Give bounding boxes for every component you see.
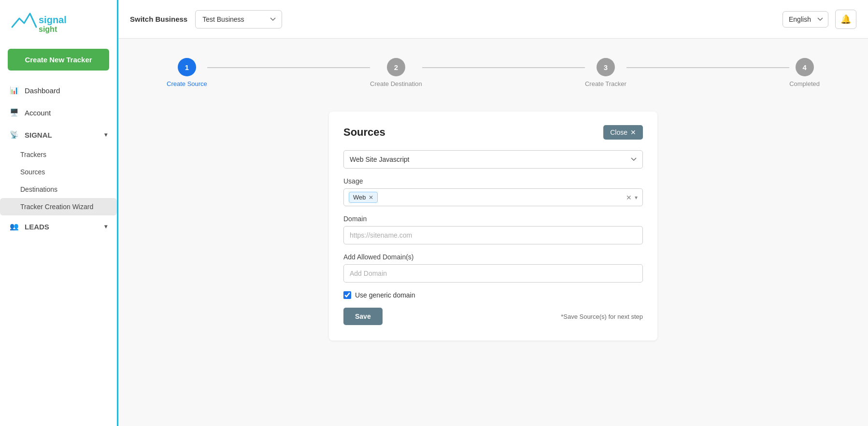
sidebar-item-label: Dashboard (25, 86, 60, 95)
logo-svg: signal sight (10, 9, 87, 35)
wizard-step-4: 4 Completed (789, 58, 820, 87)
source-type-group: Web Site Javascript Mobile SDK API (343, 150, 643, 169)
wizard-step-1: 1 Create Source (167, 58, 207, 87)
leads-icon: 👥 (10, 222, 19, 231)
chart-icon: 📊 (10, 86, 19, 95)
step-connector-3 (626, 67, 789, 68)
generic-domain-checkbox[interactable] (343, 291, 351, 299)
domain-group: Domain (343, 215, 643, 244)
save-button[interactable]: Save (343, 308, 383, 325)
sidebar-item-destinations[interactable]: Destinations (0, 181, 117, 198)
allowed-domains-label: Add Allowed Domain(s) (343, 253, 643, 261)
step-number-3: 3 (604, 63, 608, 71)
switch-business-label: Switch Business (130, 14, 187, 24)
usage-input-wrapper[interactable]: Web ✕ ✕ ▾ (343, 188, 643, 206)
step-circle-4: 4 (796, 58, 814, 76)
wizard-steps: 1 Create Source 2 Create Destination 3 C… (138, 53, 849, 92)
wizard-step-3: 3 Create Tracker (585, 58, 626, 87)
language-select[interactable]: English French Spanish (783, 11, 828, 28)
sidebar-item-label: Account (25, 109, 51, 117)
allowed-domains-input[interactable] (343, 264, 643, 283)
sidebar-item-leads[interactable]: 👥 LEADS ▾ (0, 215, 117, 238)
usage-group: Usage Web ✕ ✕ ▾ (343, 177, 643, 206)
sidebar-item-account[interactable]: 🖥️ Account (0, 101, 117, 124)
source-type-select[interactable]: Web Site Javascript Mobile SDK API (343, 150, 643, 169)
wizard-step-2: 2 Create Destination (370, 58, 422, 87)
step-label-2: Create Destination (370, 80, 422, 87)
generic-domain-label[interactable]: Use generic domain (355, 291, 415, 299)
usage-tag-text: Web (353, 194, 366, 201)
close-icon: ✕ (630, 128, 636, 136)
usage-tag: Web ✕ (349, 192, 378, 203)
allowed-domains-group: Add Allowed Domain(s) (343, 253, 643, 283)
sidebar-sub-label: Tracker Creation Wizard (20, 203, 93, 211)
topbar-left: Switch Business Test Business Business 2 (130, 10, 282, 28)
sidebar-item-dashboard[interactable]: 📊 Dashboard (0, 79, 117, 101)
sidebar: signal sight Create New Tracker 📊 Dashbo… (0, 0, 118, 426)
page-content: 1 Create Source 2 Create Destination 3 C… (118, 39, 868, 426)
account-icon: 🖥️ (10, 108, 19, 117)
sidebar-sub-label: Destinations (20, 185, 57, 193)
sidebar-logo-area: signal sight (0, 0, 117, 45)
topbar: Switch Business Test Business Business 2… (118, 0, 868, 39)
sidebar-item-tracker-creation-wizard[interactable]: Tracker Creation Wizard (0, 198, 117, 215)
svg-text:signal: signal (39, 14, 67, 25)
sources-title: Sources (343, 126, 385, 139)
main-content: Switch Business Test Business Business 2… (118, 0, 868, 426)
signal-icon: 📡 (10, 130, 19, 139)
bell-icon: 🔔 (840, 14, 851, 25)
close-btn-label: Close (610, 128, 627, 136)
sidebar-sub-label: Trackers (20, 151, 46, 158)
usage-clear-icon[interactable]: ✕ (626, 194, 632, 201)
generic-domain-row: Use generic domain (343, 291, 643, 299)
usage-controls: ✕ ▾ (626, 194, 638, 201)
step-label-4: Completed (789, 80, 820, 87)
step-connector-1 (207, 67, 370, 68)
chevron-down-icon: ▾ (104, 131, 107, 138)
domain-label: Domain (343, 215, 643, 223)
sidebar-nav: 📊 Dashboard 🖥️ Account 📡 SIGNAL ▾ Tracke… (0, 79, 117, 426)
step-circle-2: 2 (387, 58, 405, 76)
step-label-3: Create Tracker (585, 80, 626, 87)
sources-card-header: Sources Close ✕ (343, 125, 643, 140)
chevron-down-icon: ▾ (104, 223, 107, 230)
domain-input[interactable] (343, 226, 643, 244)
sidebar-item-trackers[interactable]: Trackers (0, 146, 117, 163)
sidebar-item-signal[interactable]: 📡 SIGNAL ▾ (0, 124, 117, 146)
create-new-tracker-button[interactable]: Create New Tracker (8, 49, 109, 71)
sidebar-section-label: SIGNAL (25, 131, 52, 139)
usage-tag-remove[interactable]: ✕ (369, 194, 373, 201)
step-number-4: 4 (802, 63, 806, 71)
svg-text:sight: sight (39, 25, 57, 33)
usage-chevron-icon[interactable]: ▾ (635, 194, 638, 201)
form-footer: Save *Save Source(s) for next step (343, 308, 643, 325)
step-circle-3: 3 (597, 58, 615, 76)
step-circle-1: 1 (178, 58, 196, 76)
step-label-1: Create Source (167, 80, 207, 87)
topbar-right: English French Spanish 🔔 (783, 10, 856, 29)
sidebar-sub-label: Sources (20, 168, 45, 176)
close-button[interactable]: Close ✕ (603, 125, 643, 140)
sidebar-item-sources[interactable]: Sources (0, 163, 117, 181)
step-connector-2 (422, 67, 585, 68)
usage-label: Usage (343, 177, 643, 185)
sidebar-section-label: LEADS (25, 223, 49, 231)
step-number-2: 2 (394, 63, 398, 71)
save-hint: *Save Source(s) for next step (561, 313, 643, 320)
sources-card: Sources Close ✕ Web Site Javascript Mobi… (329, 112, 657, 341)
step-number-1: 1 (185, 63, 189, 71)
business-select[interactable]: Test Business Business 2 (195, 10, 282, 28)
notifications-button[interactable]: 🔔 (835, 10, 856, 29)
